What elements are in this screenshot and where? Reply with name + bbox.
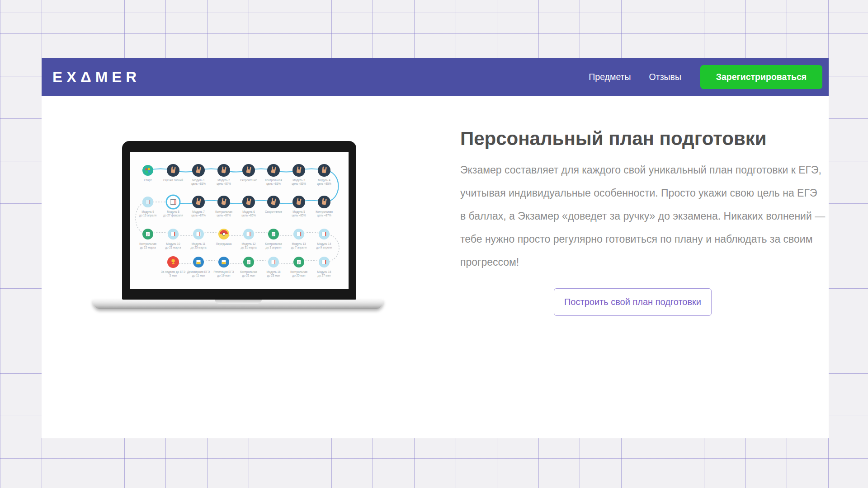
svg-text:Модуль 14: Модуль 14 [317,242,331,246]
svg-text:Контрольная: Контрольная [215,210,232,214]
svg-text:Репетиция ЕГЭ: Репетиция ЕГЭ [214,270,234,274]
roadmap-node-faded: Модуль 9до 13 апреля [139,197,156,217]
roadmap-node-bluebook: Репетиция ЕГЭдо 19 мая [214,257,234,277]
paragraph-line: Экзамер составляет для каждого свой уник… [460,159,825,182]
top-navigation-bar: EXΔMER Предметы Отзывы Зарегистрироватьс… [42,58,829,96]
svg-text:Скорочтение: Скорочтение [265,210,282,214]
svg-text:до 11 мая: до 11 мая [192,274,205,277]
roadmap-node-trophy: За неделю до ЕГЭ5 мая [161,256,186,277]
svg-text:до 27 февраля: до 27 февраля [163,214,183,217]
roadmap-node-dark: Скорочтение [265,196,282,214]
svg-text:Модуль 4: Модуль 4 [318,178,330,182]
svg-text:до 7 апреля: до 7 апреля [291,246,307,249]
svg-text:до 21 марта: до 21 марта [165,246,181,249]
svg-text:до 27 мая: до 27 мая [318,274,331,277]
roadmap-node-greendoc: Контрольнаядо 21 мая [240,257,257,277]
svg-text:Модуль 1: Модуль 1 [192,178,205,182]
svg-text:цель ≈85%: цель ≈85% [317,182,331,186]
svg-text:5 мая: 5 мая [170,274,177,277]
svg-text:Скорочтение: Скорочтение [240,178,257,182]
laptop-base [93,300,383,309]
svg-text:цель ≈85%: цель ≈85% [266,182,281,186]
svg-text:Модуль 3: Модуль 3 [292,178,305,182]
roadmap-node-dark: Оценка знаний [163,164,183,182]
svg-text:до 21 мая: до 21 мая [242,274,255,277]
svg-text:цель ≈87%: цель ≈87% [317,214,331,217]
roadmap-node-dark: Модуль 3цель ≈85% [292,164,306,186]
laptop-roadmap: СтартОценка знанийМодуль 1цель ≈85%Модул… [130,152,349,289]
roadmap-node-game: Передышка [216,229,232,246]
roadmap-node-book: Модуль 10до 21 марта [165,229,181,249]
roadmap-node-book: Модуль 15до 27 мая [317,257,331,277]
svg-text:Контрольная: Контрольная [240,270,257,274]
examer-logo: EXΔMER [52,69,141,86]
paragraph-line: прогрессом! [460,251,825,274]
laptop-screen-bezel: СтартОценка знанийМодуль 1цель ≈85%Модул… [122,141,356,300]
roadmap-node-book: Модуль 14до 9 апреля [316,229,332,249]
roadmap-node-dark: Модуль 5цель ≈85% [292,196,306,217]
roadmap-node-greendoc: Контрольнаядо 15 марта [139,229,156,249]
svg-text:цель ≈87%: цель ≈87% [217,182,231,186]
svg-text:Модуль 15: Модуль 15 [317,270,331,274]
hero-section: СтартОценка знанийМодуль 1цель ≈85%Модул… [42,96,829,438]
page-background: { "header": { "logo": "EXΔMER", "nav": [… [0,0,868,488]
paragraph-line: в баллах, а Экзамер «доведет за ручку» д… [460,205,825,228]
svg-text:до 9 апреля: до 9 апреля [316,246,332,249]
svg-text:Оценка знаний: Оценка знаний [163,178,183,182]
svg-text:Контрольная: Контрольная [265,178,282,182]
roadmap-node-dark: Контрольнаяцель ≈87% [215,196,232,217]
register-button[interactable]: Зарегистрироваться [700,65,822,89]
svg-text:Модуль 12: Модуль 12 [241,242,256,246]
svg-text:цель ≈87%: цель ≈87% [217,214,231,217]
laptop-notch [215,300,262,304]
build-plan-button[interactable]: Построить свой план подготовки [554,288,712,316]
roadmap-node-book: Модуль 12до 31 марта [241,229,257,249]
svg-text:Модуль 6: Модуль 6 [242,210,255,214]
nav-link-subjects[interactable]: Предметы [589,72,631,82]
svg-text:Модуль 11: Модуль 11 [192,242,206,246]
svg-text:до 3 апреля: до 3 апреля [266,246,282,249]
roadmap-node-dark: Модуль 2цель ≈87% [217,164,231,186]
roadmap-node-greendoc: Контрольнаядо 3 апреля [265,229,282,249]
svg-text:цель ≈87%: цель ≈87% [191,214,206,217]
svg-text:Модуль 2: Модуль 2 [217,178,230,182]
roadmap-node-current: Модуль 8до 27 февраля [163,195,183,217]
laptop-mockup: СтартОценка знанийМодуль 1цель ≈85%Модул… [42,96,435,331]
svg-text:Контрольная: Контрольная [316,210,333,214]
roadmap-node-dark: Скорочтение [240,164,257,182]
hero-paragraph: Экзамер составляет для каждого свой уник… [460,159,825,274]
svg-text:до 25 марта: до 25 марта [190,246,207,249]
roadmap-node-dark: Модуль 4цель ≈85% [317,164,331,186]
roadmap-node-book: Модуль 16до 23 мая [266,257,281,277]
laptop-screen: СтартОценка знанийМодуль 1цель ≈85%Модул… [130,152,349,289]
paragraph-line: тебе нужно просто регулярно готовиться п… [460,228,825,251]
svg-text:цель ≈85%: цель ≈85% [292,182,306,186]
page-content: EXΔMER Предметы Отзывы Зарегистрироватьс… [42,58,829,438]
svg-text:цель ≈85%: цель ≈85% [191,182,206,186]
nav-link-reviews[interactable]: Отзывы [649,72,681,82]
svg-text:до 19 мая: до 19 мая [217,274,231,277]
svg-text:Контрольная: Контрольная [265,242,282,246]
svg-text:Модуль 16: Модуль 16 [266,270,281,274]
svg-text:цель ≈85%: цель ≈85% [241,214,256,217]
svg-text:до 23 мая: до 23 мая [267,274,280,277]
svg-text:до 31 марта: до 31 марта [241,246,257,249]
svg-text:Модуль 10: Модуль 10 [166,242,180,246]
svg-text:цель ≈85%: цель ≈85% [292,214,306,217]
svg-text:Контрольная: Контрольная [139,242,156,246]
paragraph-line: учитывая индивидуальные особенности. Про… [460,182,825,205]
svg-text:до 15 марта: до 15 марта [140,246,156,249]
roadmap-node-dark: Контрольнаяцель ≈87% [316,196,333,217]
svg-text:Передышка: Передышка [216,242,232,246]
svg-text:Старт: Старт [144,178,151,182]
roadmap-node-start: Старт [142,165,153,182]
svg-text:Модуль 8: Модуль 8 [167,210,179,214]
main-nav: Предметы Отзывы Зарегистрироваться [589,65,822,89]
svg-text:Модуль 7: Модуль 7 [192,210,205,214]
roadmap-node-dark: Контрольнаяцель ≈85% [265,164,282,186]
roadmap-node-greendoc: Контрольнаядо 25 мая [290,257,307,277]
roadmap-node-book: Модуль 11до 25 марта [190,229,207,249]
svg-text:За неделю до ЕГЭ: За неделю до ЕГЭ [161,270,186,274]
svg-text:Контрольная: Контрольная [290,270,307,274]
svg-text:до 13 апреля: до 13 апреля [139,214,156,217]
